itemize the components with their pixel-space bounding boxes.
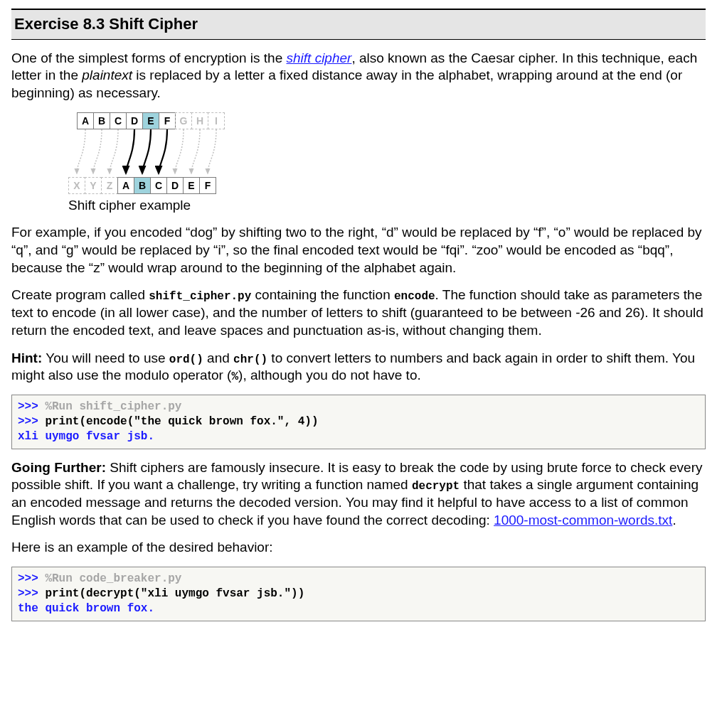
text: containing the function xyxy=(251,287,394,302)
task-paragraph: Create program called shift_cipher.py co… xyxy=(11,287,706,339)
text: and xyxy=(203,350,233,365)
cell: G xyxy=(175,112,192,129)
cell: Y xyxy=(85,177,102,194)
intro-paragraph: One of the simplest forms of encryption … xyxy=(11,50,706,102)
text: Create program called xyxy=(11,287,149,302)
figure-caption: Shift cipher example xyxy=(68,197,282,215)
function-name: encode xyxy=(394,290,435,303)
cell: B xyxy=(134,177,151,194)
shift-cipher-figure: A B C D E F G H I xyxy=(68,112,282,215)
example-label: Here is an example of the desired behavi… xyxy=(11,539,706,557)
prompt: >>> xyxy=(18,400,38,413)
cell: B xyxy=(93,112,110,129)
wordlist-link[interactable]: 1000-most-common-words.txt xyxy=(494,513,672,528)
hint-paragraph: Hint: You will need to use ord() and chr… xyxy=(11,350,706,385)
cell: D xyxy=(126,112,143,129)
cell: C xyxy=(150,177,167,194)
code-example-1: >>> %Run shift_cipher.py >>> print(encod… xyxy=(11,395,706,449)
prompt: >>> xyxy=(18,415,38,428)
code-line: print(encode("the quick brown fox.", 4)) xyxy=(38,415,319,428)
cell: Z xyxy=(101,177,118,194)
cell: A xyxy=(117,177,134,194)
cell: I xyxy=(208,112,225,129)
cell: E xyxy=(183,177,200,194)
text: . xyxy=(672,513,676,528)
mod-op: % xyxy=(231,370,238,383)
output-line: the quick brown fox. xyxy=(18,602,154,615)
cell: A xyxy=(77,112,94,129)
figure-bottom-row: X Y Z A B C D E F xyxy=(68,177,216,194)
exercise-title: Exercise 8.3 Shift Cipher xyxy=(11,9,706,40)
output-line: xli uymgo fvsar jsb. xyxy=(18,430,154,443)
hint-label: Hint: xyxy=(11,350,42,365)
code-line: print(decrypt("xli uymgo fvsar jsb.")) xyxy=(38,587,304,600)
cell: F xyxy=(199,177,216,194)
ord-func: ord() xyxy=(169,353,203,366)
plaintext-term: plaintext xyxy=(82,68,132,82)
filename: shift_cipher.py xyxy=(149,290,251,303)
going-further-paragraph: Going Further: Shift ciphers are famousl… xyxy=(11,459,706,530)
cell: C xyxy=(110,112,127,129)
cell: F xyxy=(159,112,176,129)
run-line: %Run shift_cipher.py xyxy=(38,400,182,413)
going-further-label: Going Further: xyxy=(11,460,106,475)
text: One of the simplest forms of encryption … xyxy=(11,50,287,65)
prompt: >>> xyxy=(18,587,38,600)
cell: E xyxy=(142,112,159,129)
example-paragraph: For example, if you encoded “dog” by shi… xyxy=(11,224,706,277)
prompt: >>> xyxy=(18,572,38,585)
cell: X xyxy=(68,177,85,194)
decrypt-func: decrypt xyxy=(412,480,460,493)
cell: D xyxy=(166,177,184,194)
text: ), although you do not have to. xyxy=(238,368,421,382)
figure-top-row: A B C D E F G H I xyxy=(77,112,224,129)
chr-func: chr() xyxy=(233,353,267,366)
code-example-2: >>> %Run code_breaker.py >>> print(decry… xyxy=(11,567,706,621)
shift-cipher-link[interactable]: shift cipher xyxy=(287,50,352,65)
run-line: %Run code_breaker.py xyxy=(38,572,182,585)
text: You will need to use xyxy=(42,350,169,365)
cell: H xyxy=(191,112,208,129)
